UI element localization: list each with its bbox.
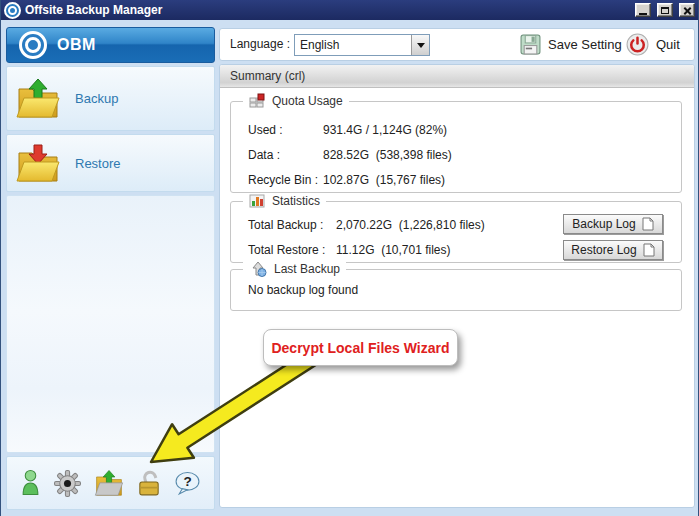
- titlebar: Offsite Backup Manager: [1, 0, 698, 20]
- last-backup-message: No backup log found: [248, 283, 358, 297]
- quota-usage-group: Quota Usage Used : 931.4G / 1,124G (82%)…: [230, 101, 682, 193]
- sidebar-panel: [6, 195, 215, 453]
- help-glyph: ?: [183, 474, 191, 489]
- offsite-backup-manager-window: Offsite Backup Manager OBM Backup Restor…: [0, 0, 699, 516]
- sidebar-item-label: Backup: [75, 91, 118, 106]
- statistics-chart-icon: [249, 193, 265, 209]
- document-icon: [643, 243, 655, 257]
- backup-sets-button[interactable]: [94, 469, 124, 498]
- save-floppy-icon: [520, 34, 541, 55]
- quota-usage-title: Quota Usage: [272, 94, 343, 108]
- quit-power-icon: [626, 33, 649, 56]
- sidebar-item-restore[interactable]: Restore: [6, 134, 215, 192]
- app-logo-icon: [4, 2, 21, 19]
- summary-panel: Summary (crl) Quota Usage Used : 931.4G …: [219, 64, 695, 508]
- sidebar: OBM Backup Restore: [6, 20, 215, 516]
- annotation-callout: Decrypt Local Files Wizard: [263, 329, 458, 366]
- minimize-button[interactable]: [635, 3, 651, 17]
- minimize-icon: [639, 13, 647, 15]
- obm-brand-header: OBM: [6, 27, 215, 63]
- window-title: Offsite Backup Manager: [25, 3, 629, 17]
- user-profile-button[interactable]: [20, 469, 41, 497]
- quota-usage-icon: [249, 93, 265, 109]
- close-icon: [683, 6, 692, 15]
- save-setting-label: Save Setting: [548, 37, 622, 52]
- stats-row-total-backup: Total Backup : 2,070.22G (1,226,810 file…: [248, 218, 485, 232]
- toolbar: Language : English Save Setting Quit: [219, 28, 695, 61]
- last-backup-group: Last Backup No backup log found: [230, 269, 682, 311]
- obm-logo-text: OBM: [57, 36, 96, 54]
- settings-button[interactable]: [54, 470, 81, 497]
- language-select[interactable]: English: [294, 34, 430, 56]
- quota-row-recycle-bin: Recycle Bin : 102.87G (15,767 files): [248, 173, 445, 187]
- sidebar-footer: ?: [6, 456, 215, 510]
- last-backup-icon: [249, 261, 267, 277]
- help-button[interactable]: ?: [174, 471, 201, 496]
- close-button[interactable]: [679, 3, 695, 17]
- help-icon: ?: [174, 471, 201, 496]
- maximize-button[interactable]: [657, 3, 673, 17]
- obm-logo-icon: [19, 31, 47, 59]
- statistics-group: Statistics Total Backup : 2,070.22G (1,2…: [230, 201, 682, 263]
- restore-folder-icon: [15, 140, 61, 186]
- folder-sync-icon: [94, 469, 124, 498]
- dropdown-arrow-button[interactable]: [411, 35, 429, 55]
- quit-label: Quit: [656, 37, 680, 52]
- backup-log-button[interactable]: Backup Log: [563, 214, 663, 234]
- save-setting-button[interactable]: Save Setting: [520, 29, 622, 60]
- quit-button[interactable]: Quit: [626, 29, 680, 60]
- user-icon: [20, 469, 41, 497]
- document-icon: [642, 217, 654, 231]
- sidebar-item-backup[interactable]: Backup: [6, 66, 215, 131]
- last-backup-title: Last Backup: [274, 262, 340, 276]
- summary-header: Summary (crl): [220, 65, 694, 88]
- statistics-title: Statistics: [272, 194, 320, 208]
- restore-log-button[interactable]: Restore Log: [563, 240, 663, 260]
- decrypt-wizard-button[interactable]: [137, 469, 161, 497]
- language-selected-value: English: [295, 38, 411, 52]
- quota-row-data: Data : 828.52G (538,398 files): [248, 148, 452, 162]
- language-label: Language :: [230, 29, 290, 60]
- annotation-callout-text: Decrypt Local Files Wizard: [271, 340, 449, 356]
- chevron-down-icon: [417, 43, 425, 48]
- settings-gear-icon: [54, 470, 81, 497]
- stats-row-total-restore: Total Restore : 11.12G (10,701 files): [248, 243, 451, 257]
- decrypt-lock-icon: [137, 469, 161, 497]
- backup-folder-icon: [15, 76, 61, 122]
- maximize-icon: [661, 7, 669, 14]
- sidebar-item-label: Restore: [75, 156, 121, 171]
- quota-row-used: Used : 931.4G / 1,124G (82%): [248, 123, 447, 137]
